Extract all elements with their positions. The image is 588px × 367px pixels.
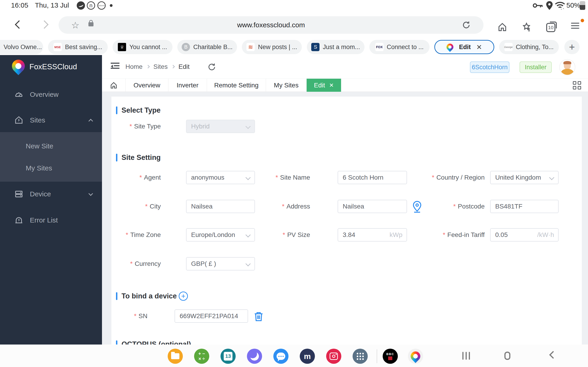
- city-label: *City: [115, 200, 161, 213]
- notification-globe-icon: [77, 1, 85, 10]
- role-badge: Installer: [519, 61, 552, 73]
- battery-icon: [580, 1, 585, 10]
- clock: 16:05: [11, 1, 28, 9]
- city-input[interactable]: Nailsea: [186, 200, 255, 213]
- sidebar-item-new-site[interactable]: New Site: [0, 138, 102, 154]
- brand-name: FoxESSCloud: [29, 62, 77, 71]
- home-nav-icon[interactable]: [504, 352, 510, 360]
- site-type-select[interactable]: Hybrid: [186, 120, 255, 133]
- browser-tab-clothing[interactable]: George Clothing, To...: [499, 40, 559, 54]
- breadcrumb-home[interactable]: Home: [125, 63, 143, 70]
- forward-icon[interactable]: [40, 20, 49, 29]
- agent-select[interactable]: anonymous: [186, 171, 255, 184]
- files-app-icon[interactable]: [168, 349, 183, 364]
- messages-app-icon[interactable]: [273, 349, 288, 364]
- wifi-icon: [555, 1, 565, 10]
- calculator-app-icon[interactable]: + −× ÷: [194, 349, 209, 364]
- bookmarks-icon[interactable]: [522, 22, 532, 32]
- browser-tab-just-a-moment[interactable]: S Just a mom...: [307, 40, 364, 54]
- site-name-badge[interactable]: 6ScotchHorn: [470, 61, 510, 73]
- address-input[interactable]: Nailsea: [338, 200, 407, 213]
- alarm-bolt-icon: [14, 216, 23, 225]
- home-browser-icon[interactable]: [497, 22, 507, 32]
- home-tab-icon: [110, 81, 118, 89]
- browser-tab-charitable[interactable]: B Charitable B...: [177, 40, 237, 54]
- browser-app-icon[interactable]: [247, 349, 262, 364]
- pv-size-input[interactable]: 3.84 kWp: [338, 228, 407, 242]
- sn-input[interactable]: 669W2EFF21PA014: [174, 309, 248, 323]
- chevron-down-icon: [549, 175, 554, 180]
- browser-menu-icon[interactable]: [571, 21, 579, 30]
- foxess-app-icon[interactable]: [408, 349, 423, 364]
- tab-switcher-icon[interactable]: 10: [546, 23, 555, 32]
- recents-nav-icon[interactable]: [462, 352, 470, 360]
- menu-notification-dot: [581, 19, 584, 22]
- dock-divider: [377, 349, 377, 363]
- collapse-menu-icon[interactable]: [111, 63, 120, 69]
- taskbar: + −× ÷ 13 m BBC: [0, 344, 588, 367]
- calendar-day: 13: [225, 353, 231, 359]
- bbc-news-app-icon[interactable]: BBC: [383, 349, 398, 364]
- swirl-favicon: S: [311, 43, 320, 51]
- browser-tab-best-savings[interactable]: MSE Best saving...: [48, 40, 108, 54]
- page-refresh-icon[interactable]: [207, 62, 216, 72]
- site-name-label: *Site Name: [264, 171, 310, 184]
- chevron-down-icon: [246, 261, 251, 267]
- back-nav-icon[interactable]: [549, 351, 557, 359]
- notification-volvo-icon: VOLVO: [97, 1, 106, 10]
- browser-tab-new-posts[interactable]: ≋ New posts | ...: [242, 40, 302, 54]
- feed-in-tariff-input[interactable]: 0.05 /kW·h: [490, 228, 559, 242]
- url-text[interactable]: www.foxesscloud.com: [59, 21, 484, 29]
- mastodon-app-icon[interactable]: m: [300, 349, 315, 364]
- site-name-input[interactable]: 6 Scotch Horn: [338, 171, 407, 184]
- currency-select[interactable]: GBP( £ ): [186, 257, 255, 270]
- camera-app-icon[interactable]: [326, 349, 341, 364]
- tab-overview[interactable]: Overview: [126, 79, 168, 92]
- tab-my-sites[interactable]: My Sites: [266, 79, 307, 92]
- address-label: *Address: [264, 200, 310, 213]
- breadcrumb-sites[interactable]: Sites: [153, 63, 168, 70]
- address-bar[interactable]: ☆ www.foxesscloud.com: [59, 16, 484, 34]
- new-tab-button[interactable]: +: [564, 40, 579, 54]
- notification-n-icon: n: [87, 1, 95, 10]
- sidebar-item-device[interactable]: Device: [0, 186, 102, 202]
- timezone-select[interactable]: Europe/London: [186, 228, 255, 242]
- tab-edit-active[interactable]: Edit ✕: [307, 79, 341, 92]
- browser-tab-govuk[interactable]: ♕ You cannot ...: [112, 40, 173, 54]
- fox-favicon: FOX: [375, 43, 384, 51]
- browser-tab-edit-active[interactable]: Edit ✕: [434, 40, 494, 54]
- sidebar-item-error-list[interactable]: Error List: [0, 212, 102, 228]
- section-select-type: Select Type: [116, 106, 161, 115]
- layout-grid-icon[interactable]: [573, 81, 581, 90]
- tab-inverter[interactable]: Inverter: [168, 79, 207, 92]
- tab-remote-setting[interactable]: Remote Setting: [207, 79, 266, 92]
- browser-tab-connect-to[interactable]: FOX Connect to ...: [369, 40, 430, 54]
- sidebar-item-sites[interactable]: Sites: [0, 112, 102, 128]
- country-select[interactable]: United Kingdom: [490, 171, 559, 184]
- tab-home[interactable]: [102, 79, 126, 92]
- sidebar-item-overview[interactable]: Overview: [0, 86, 102, 102]
- chevron-down-icon: [246, 232, 251, 238]
- agent-label: *Agent: [115, 171, 161, 184]
- foxess-logo-icon: [12, 60, 25, 73]
- browser-tab-volvo[interactable]: Volvo Owne...: [0, 40, 43, 54]
- govuk-favicon: ♕: [118, 43, 126, 51]
- postcode-label: *Postcode: [417, 200, 485, 213]
- location-status-icon: [546, 1, 553, 10]
- section-bind-device: To bind a device: [116, 292, 177, 300]
- delete-sn-icon[interactable]: [254, 311, 263, 322]
- add-device-button[interactable]: +: [179, 292, 188, 301]
- reload-icon[interactable]: [462, 20, 471, 30]
- calendar-app-icon[interactable]: 13: [221, 349, 236, 364]
- avatar[interactable]: [560, 60, 575, 75]
- app-drawer-icon[interactable]: [353, 349, 368, 364]
- george-favicon: George: [504, 43, 513, 51]
- gauge-icon: [14, 90, 23, 99]
- postcode-input[interactable]: BS481TF: [490, 200, 559, 213]
- sidebar-item-my-sites[interactable]: My Sites: [0, 160, 102, 176]
- back-icon[interactable]: [15, 20, 23, 29]
- close-tab-icon[interactable]: ✕: [476, 43, 482, 51]
- feed-in-tariff-unit: /kW·h: [537, 231, 554, 239]
- app-sidebar: FoxESSCloud Overview Sites New Site My S…: [0, 55, 102, 344]
- close-tab-icon[interactable]: ✕: [329, 82, 334, 89]
